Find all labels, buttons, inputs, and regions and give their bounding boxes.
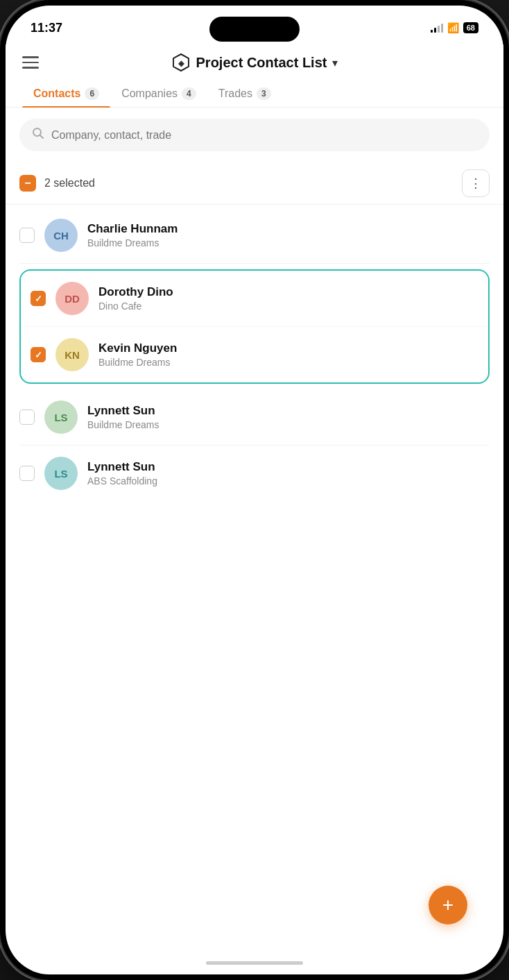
selection-bar: 2 selected ⋮ [6, 162, 503, 205]
contact-info: Charlie Hunnam Buildme Dreams [87, 222, 490, 248]
list-item[interactable]: CH Charlie Hunnam Buildme Dreams [19, 208, 490, 264]
contact-company: Buildme Dreams [87, 237, 490, 248]
add-contact-button[interactable]: + [429, 886, 467, 924]
contact-info: Lynnett Sun ABS Scaffolding [87, 460, 490, 487]
contact-info: Dorothy Dino Dino Cafe [98, 285, 478, 312]
contact-name: Lynnett Sun [87, 460, 490, 474]
avatar: CH [44, 219, 78, 252]
wifi-icon: 📶 [447, 22, 459, 33]
contact-name: Dorothy Dino [98, 285, 478, 299]
contact-company: Dino Cafe [98, 301, 478, 312]
contact-list: CH Charlie Hunnam Buildme Dreams DD Doro… [6, 208, 503, 501]
contact-name: Kevin Nguyen [98, 341, 478, 355]
tab-companies[interactable]: Companies 4 [110, 81, 207, 107]
avatar: LS [44, 457, 78, 490]
search-input[interactable] [51, 129, 477, 142]
selection-count: 2 selected [44, 177, 95, 189]
contact-checkbox-dd[interactable] [31, 291, 46, 306]
contact-checkbox-kn[interactable] [31, 347, 46, 362]
tab-trades-label: Trades [218, 87, 252, 100]
avatar: KN [55, 338, 89, 371]
contact-name: Lynnett Sun [87, 404, 490, 418]
list-item[interactable]: KN Kevin Nguyen Buildme Dreams [21, 327, 488, 382]
contact-checkbox-ls1[interactable] [19, 409, 35, 425]
tab-companies-label: Companies [121, 87, 178, 100]
header-center: ◈ Project Contact List ▾ [171, 53, 338, 72]
page-title: Project Contact List [196, 55, 327, 71]
more-icon: ⋮ [469, 176, 483, 191]
avatar: LS [44, 400, 78, 434]
dynamic-island [209, 17, 300, 42]
list-item[interactable]: LS Lynnett Sun ABS Scaffolding [19, 446, 490, 501]
more-options-button[interactable]: ⋮ [462, 169, 490, 197]
contact-checkbox-ch[interactable] [19, 228, 35, 243]
list-item[interactable]: LS Lynnett Sun Buildme Dreams [19, 389, 490, 446]
contact-company: Buildme Dreams [98, 357, 478, 368]
signal-icon [431, 23, 443, 33]
tab-contacts[interactable]: Contacts 6 [22, 81, 110, 107]
contact-company: Buildme Dreams [87, 419, 490, 430]
battery-indicator: 68 [463, 22, 478, 33]
search-bar[interactable] [19, 119, 490, 151]
search-icon [32, 127, 44, 143]
svg-text:◈: ◈ [178, 59, 184, 67]
deselect-all-button[interactable] [19, 175, 36, 192]
tab-companies-count: 4 [182, 87, 196, 100]
chevron-down-icon[interactable]: ▾ [332, 56, 338, 69]
plus-icon: + [442, 894, 454, 916]
contact-info: Lynnett Sun Buildme Dreams [87, 404, 490, 430]
app-header: ◈ Project Contact List ▾ [6, 44, 503, 81]
avatar: DD [55, 282, 89, 315]
app-logo-icon: ◈ [171, 53, 191, 72]
status-time: 11:37 [31, 21, 62, 35]
contact-info: Kevin Nguyen Buildme Dreams [98, 341, 478, 368]
contact-checkbox-ls2[interactable] [19, 466, 35, 481]
contact-company: ABS Scaffolding [87, 475, 490, 487]
tab-contacts-count: 6 [85, 87, 99, 100]
status-icons: 📶 68 [431, 22, 478, 33]
list-item[interactable]: DD Dorothy Dino Dino Cafe [21, 271, 488, 327]
home-indicator [206, 961, 303, 965]
contact-name: Charlie Hunnam [87, 222, 490, 236]
tab-contacts-label: Contacts [33, 87, 80, 100]
svg-line-3 [40, 135, 44, 139]
tab-bar: Contacts 6 Companies 4 Trades 3 [6, 81, 503, 108]
tab-trades-count: 3 [257, 87, 271, 100]
selection-left: 2 selected [19, 175, 95, 192]
menu-button[interactable] [22, 56, 39, 69]
tab-trades[interactable]: Trades 3 [207, 81, 282, 107]
selected-group: DD Dorothy Dino Dino Cafe KN Kevin Nguye… [19, 269, 490, 384]
